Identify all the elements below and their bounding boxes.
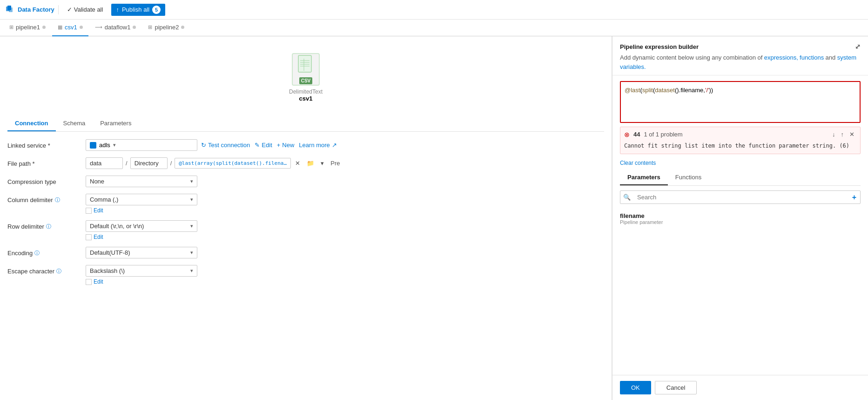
row-delimiter-edit-link[interactable]: Edit bbox=[94, 234, 103, 240]
expressions-link[interactable]: expressions, bbox=[764, 54, 798, 61]
expand-icon[interactable]: ⤢ bbox=[855, 43, 861, 50]
edit-icon: ✎ bbox=[255, 142, 260, 149]
expand-button[interactable]: ▾ bbox=[318, 158, 326, 168]
add-parameter-button[interactable]: + bbox=[848, 191, 860, 203]
compression-type-row: Compression type None ▾ bbox=[7, 176, 604, 187]
row-delimiter-select[interactable]: Default (\r,\n, or \r\n) ▾ bbox=[86, 220, 197, 232]
path-expression[interactable]: @last(array(split(dataset().filename,'/'… bbox=[175, 158, 291, 169]
escape-char-info-icon[interactable]: ⓘ bbox=[56, 268, 61, 275]
publish-all-button[interactable]: ↑ Publish all 5 bbox=[111, 4, 165, 16]
compression-type-control: None ▾ bbox=[86, 176, 604, 187]
error-problem: 1 of 1 problem bbox=[644, 131, 682, 138]
file-path-control: data / Directory / @last(array(split(dat… bbox=[86, 157, 604, 169]
storage-icon bbox=[90, 142, 96, 149]
csv-badge: CSV bbox=[299, 77, 313, 84]
tab-pipeline1[interactable]: ⊞ pipeline1 bbox=[4, 20, 51, 36]
compression-select[interactable]: None ▾ bbox=[86, 176, 197, 187]
left-panel: CSV DelimitedText csv1 Connection Schema… bbox=[0, 36, 612, 400]
top-bar: Data Factory ✓ Validate all ↑ Publish al… bbox=[0, 0, 868, 20]
error-next-button[interactable]: ↑ bbox=[839, 130, 846, 139]
expression-builder-panel: Pipeline expression builder ⤢ Add dynami… bbox=[612, 36, 868, 400]
app-title: Data Factory bbox=[18, 6, 54, 13]
tab-csv1[interactable]: ▦ csv1 bbox=[52, 20, 88, 36]
column-delimiter-info-icon[interactable]: ⓘ bbox=[55, 197, 60, 203]
dataset-name: csv1 bbox=[299, 95, 313, 102]
expression-editor-wrapper: @last(split(dataset().filename,'/')) bbox=[620, 81, 861, 123]
csv-icon: CSV bbox=[292, 53, 320, 86]
escape-char-checkbox[interactable] bbox=[86, 279, 92, 285]
path-actions: ✕ 📁 ▾ Pre bbox=[293, 158, 342, 168]
error-close-button[interactable]: ✕ bbox=[848, 130, 856, 139]
learn-more-button[interactable]: Learn more ↗ bbox=[299, 142, 336, 149]
error-badge: ⊗ 44 1 of 1 problem bbox=[624, 131, 683, 138]
dataset-card: CSV DelimitedText csv1 bbox=[7, 53, 604, 102]
column-delimiter-row: Column delimiter ⓘ Comma (,) ▾ Edit bbox=[7, 194, 604, 214]
column-delimiter-edit-link[interactable]: Edit bbox=[94, 207, 103, 214]
preview-link[interactable]: Pre bbox=[328, 158, 342, 168]
parameter-item-filename[interactable]: filename Pipeline parameter bbox=[612, 209, 868, 229]
escape-char-select[interactable]: Backslash (\) ▾ bbox=[86, 265, 197, 277]
tab-label: pipeline2 bbox=[155, 24, 179, 31]
encoding-select[interactable]: Default(UTF-8) ▾ bbox=[86, 247, 197, 258]
expression-builder-header: Pipeline expression builder ⤢ Add dynami… bbox=[612, 36, 868, 75]
tab-connection[interactable]: Connection bbox=[7, 116, 56, 131]
dropdown-arrow: ▾ bbox=[190, 223, 193, 229]
expression-builder-title: Pipeline expression builder ⤢ bbox=[620, 43, 861, 50]
app-logo: Data Factory bbox=[6, 5, 54, 14]
tab-schema[interactable]: Schema bbox=[56, 116, 93, 131]
encoding-label: Encoding ⓘ bbox=[7, 247, 82, 257]
pf-tab-functions[interactable]: Functions bbox=[668, 170, 709, 185]
row-delimiter-label: Row delimiter ⓘ bbox=[7, 220, 82, 230]
escape-char-edit-row: Edit bbox=[86, 278, 604, 285]
cancel-button[interactable]: Cancel bbox=[655, 381, 697, 394]
tab-dot bbox=[133, 26, 136, 29]
path-sep-2: / bbox=[169, 160, 173, 167]
test-connection-button[interactable]: ↻ Test connection bbox=[201, 142, 250, 149]
escape-char-edit-link[interactable]: Edit bbox=[94, 278, 103, 285]
test-icon: ↻ bbox=[201, 142, 206, 149]
path-data[interactable]: data bbox=[86, 157, 123, 169]
pf-tab-parameters[interactable]: Parameters bbox=[620, 170, 668, 185]
dropdown-arrow: ▾ bbox=[190, 250, 193, 256]
edit-linked-service-button[interactable]: ✎ Edit bbox=[255, 142, 272, 149]
functions-link[interactable]: functions bbox=[800, 54, 824, 61]
row-delimiter-info-icon[interactable]: ⓘ bbox=[46, 223, 51, 230]
expression-editor[interactable]: @last(split(dataset().filename,'/')) bbox=[620, 81, 861, 123]
error-prev-button[interactable]: ↓ bbox=[830, 130, 837, 139]
parameter-search-input[interactable] bbox=[633, 191, 848, 203]
tab-dot bbox=[181, 26, 184, 29]
escape-char-control: Backslash (\) ▾ Edit bbox=[86, 265, 604, 285]
file-path-label: File path * bbox=[7, 157, 82, 167]
linked-service-select[interactable]: adls ▾ bbox=[86, 139, 197, 151]
linked-service-actions: ↻ Test connection ✎ Edit + New bbox=[201, 142, 337, 149]
pipeline2-icon: ⊞ bbox=[148, 24, 152, 30]
separator bbox=[58, 5, 59, 14]
parameter-name: filename bbox=[620, 212, 861, 219]
main-layout: CSV DelimitedText csv1 Connection Schema… bbox=[0, 36, 868, 400]
validate-all-button[interactable]: ✓ Validate all bbox=[62, 4, 108, 15]
expression-builder-footer: OK Cancel bbox=[612, 375, 868, 400]
clear-expression-button[interactable]: ✕ bbox=[293, 158, 303, 168]
tab-parameters[interactable]: Parameters bbox=[93, 116, 139, 131]
pipeline-icon: ⊞ bbox=[9, 24, 13, 30]
ok-button[interactable]: OK bbox=[620, 381, 651, 394]
table-icon: ▦ bbox=[58, 24, 62, 30]
column-delimiter-checkbox[interactable] bbox=[86, 208, 92, 214]
row-delimiter-checkbox[interactable] bbox=[86, 234, 92, 240]
tab-dataflow1[interactable]: ⟶ dataflow1 bbox=[89, 20, 142, 36]
tab-pipeline2[interactable]: ⊞ pipeline2 bbox=[142, 20, 190, 36]
new-linked-service-button[interactable]: + New bbox=[277, 142, 295, 149]
escape-char-label: Escape character ⓘ bbox=[7, 265, 82, 275]
column-delimiter-select[interactable]: Comma (,) ▾ bbox=[86, 194, 197, 205]
path-directory[interactable]: Directory bbox=[130, 157, 168, 169]
pf-tabs: Parameters Functions bbox=[620, 170, 861, 186]
clear-contents-link[interactable]: Clear contents bbox=[612, 158, 868, 170]
search-icon: 🔍 bbox=[620, 194, 633, 201]
tab-dot bbox=[80, 26, 83, 29]
encoding-info-icon[interactable]: ⓘ bbox=[34, 250, 40, 257]
browse-folder-button[interactable]: 📁 bbox=[304, 158, 316, 168]
publish-badge: 5 bbox=[152, 6, 161, 14]
error-header: ⊗ 44 1 of 1 problem ↓ ↑ ✕ bbox=[624, 130, 856, 139]
column-delimiter-edit-row: Edit bbox=[86, 207, 604, 214]
dataflow-icon: ⟶ bbox=[95, 24, 102, 30]
